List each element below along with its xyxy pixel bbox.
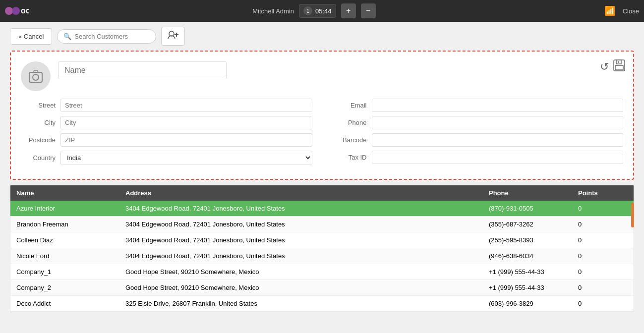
- search-box: 🔍: [57, 29, 156, 44]
- col-header-name: Name: [16, 189, 125, 197]
- timer-badge: 1: [303, 6, 312, 15]
- barcode-input[interactable]: [372, 133, 624, 147]
- cell-phone: (870)-931-0505: [489, 205, 578, 212]
- timer-button[interactable]: 1 05:44: [299, 4, 336, 18]
- table-row[interactable]: Brandon Freeman 3404 Edgewood Road, 7240…: [10, 217, 634, 232]
- country-label: Country: [21, 154, 60, 162]
- avatar[interactable]: [21, 61, 51, 91]
- table-row[interactable]: Company_2 Good Hope Street, 90210 Somewh…: [10, 280, 634, 296]
- save-icon: [613, 59, 626, 72]
- camera-icon: [28, 69, 43, 83]
- user-name: Mitchell Admin: [252, 7, 294, 15]
- street-row: Street: [21, 99, 312, 112]
- cell-points: 0: [578, 205, 628, 212]
- cell-name: Colleen Diaz: [16, 236, 125, 244]
- table-body: Azure Interior 3404 Edgewood Road, 72401…: [10, 201, 634, 312]
- cell-name: Azure Interior: [16, 205, 125, 212]
- cell-points: 0: [578, 268, 628, 276]
- add-button[interactable]: +: [341, 3, 356, 18]
- discard-button[interactable]: ↺: [600, 59, 609, 75]
- minimize-button[interactable]: −: [361, 3, 376, 18]
- street-input[interactable]: [60, 99, 312, 112]
- col-header-points: Points: [578, 189, 628, 197]
- close-button[interactable]: Close: [623, 7, 639, 15]
- svg-rect-8: [615, 65, 623, 70]
- svg-text:oo: oo: [21, 6, 29, 15]
- tax-id-input[interactable]: [372, 151, 624, 164]
- save-button[interactable]: [613, 59, 626, 75]
- scrollbar[interactable]: [631, 203, 634, 227]
- form-header: [21, 61, 623, 91]
- customer-table-wrapper: Name Address Phone Points Azure Interior…: [10, 185, 634, 312]
- svg-point-0: [5, 7, 13, 15]
- toolbar: « Cancel 🔍: [10, 27, 634, 46]
- cell-points: 0: [578, 300, 628, 307]
- svg-point-1: [12, 7, 20, 15]
- cell-phone: +1 (999) 555-44-33: [489, 284, 578, 291]
- form-col-left: Street City Postcode Country India Unite…: [21, 99, 312, 169]
- street-label: Street: [21, 102, 60, 109]
- cell-points: 0: [578, 221, 628, 228]
- form-panel: ↺: [10, 51, 634, 180]
- phone-input[interactable]: [372, 116, 624, 129]
- name-input[interactable]: [58, 61, 227, 79]
- barcode-row: Barcode: [332, 133, 624, 147]
- barcode-label: Barcode: [332, 136, 372, 144]
- cell-address: Good Hope Street, 90210 Somewhere, Mexic…: [125, 268, 489, 276]
- cell-address: Good Hope Street, 90210 Somewhere, Mexic…: [125, 284, 489, 291]
- table-row[interactable]: Azure Interior 3404 Edgewood Road, 72401…: [10, 201, 634, 217]
- tax-id-label: Tax ID: [332, 154, 372, 161]
- cell-points: 0: [578, 252, 628, 260]
- cell-name: Nicole Ford: [16, 252, 125, 260]
- city-label: City: [21, 119, 60, 126]
- email-input[interactable]: [372, 99, 624, 112]
- form-fields: Street City Postcode Country India Unite…: [21, 99, 623, 169]
- col-header-phone: Phone: [489, 189, 578, 197]
- email-row: Email: [332, 99, 624, 112]
- cell-address: 3404 Edgewood Road, 72401 Jonesboro, Uni…: [125, 236, 489, 244]
- cell-phone: (946)-638-6034: [489, 252, 578, 260]
- city-row: City: [21, 116, 312, 129]
- postcode-label: Postcode: [21, 136, 60, 144]
- postcode-row: Postcode: [21, 133, 312, 147]
- add-customer-button[interactable]: [161, 27, 185, 46]
- cell-address: 325 Elsie Drive, 26807 Franklin, United …: [125, 300, 489, 307]
- country-row: Country India United States Mexico Unite…: [21, 151, 312, 165]
- cell-points: 0: [578, 284, 628, 291]
- city-input[interactable]: [60, 116, 312, 129]
- svg-point-11: [33, 74, 39, 80]
- cancel-button[interactable]: « Cancel: [10, 28, 52, 45]
- cell-phone: (603)-996-3829: [489, 300, 578, 307]
- timer-value: 05:44: [315, 7, 332, 15]
- cell-points: 0: [578, 236, 628, 244]
- cell-name: Company_2: [16, 284, 125, 291]
- wifi-icon: 📶: [604, 5, 615, 16]
- topbar: oo Mitchell Admin 1 05:44 + − 📶 Close: [0, 0, 644, 22]
- customer-table: Name Address Phone Points Azure Interior…: [10, 185, 634, 312]
- table-row[interactable]: Colleen Diaz 3404 Edgewood Road, 72401 J…: [10, 232, 634, 248]
- form-col-right: Email Phone Barcode Tax ID: [332, 99, 624, 169]
- country-select[interactable]: India United States Mexico United Kingdo…: [60, 151, 312, 165]
- svg-rect-7: [616, 60, 621, 64]
- table-row[interactable]: Nicole Ford 3404 Edgewood Road, 72401 Jo…: [10, 248, 634, 264]
- table-header: Name Address Phone Points: [10, 185, 634, 201]
- odoo-logo: oo: [5, 3, 29, 19]
- table-row[interactable]: Company_1 Good Hope Street, 90210 Somewh…: [10, 264, 634, 280]
- postcode-input[interactable]: [60, 133, 312, 147]
- content-area: « Cancel 🔍 ↺: [0, 22, 644, 317]
- cell-name: Deco Addict: [16, 300, 125, 307]
- form-actions: ↺: [600, 59, 626, 75]
- tax-id-row: Tax ID: [332, 151, 624, 164]
- cell-name: Company_1: [16, 268, 125, 276]
- cell-phone: (255)-595-8393: [489, 236, 578, 244]
- cell-phone: (355)-687-3262: [489, 221, 578, 228]
- search-icon: 🔍: [63, 33, 71, 40]
- cell-address: 3404 Edgewood Road, 72401 Jonesboro, Uni…: [125, 252, 489, 260]
- col-header-address: Address: [125, 189, 489, 197]
- search-input[interactable]: [74, 33, 150, 40]
- phone-row: Phone: [332, 116, 624, 129]
- cell-address: 3404 Edgewood Road, 72401 Jonesboro, Uni…: [125, 205, 489, 212]
- phone-label: Phone: [332, 119, 372, 126]
- cell-name: Brandon Freeman: [16, 221, 125, 228]
- table-row[interactable]: Deco Addict 325 Elsie Drive, 26807 Frank…: [10, 296, 634, 312]
